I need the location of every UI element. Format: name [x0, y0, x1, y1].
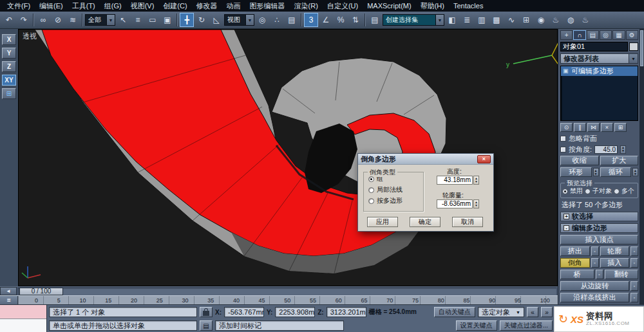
use-pivot-center-icon[interactable]: ◎: [255, 13, 269, 27]
edit-named-selections-icon[interactable]: ▤: [368, 13, 382, 27]
reference-coordinate-dropdown[interactable]: 视图 ▼: [224, 14, 254, 26]
select-by-name-icon[interactable]: ≡: [131, 13, 145, 27]
menu-edit[interactable]: 编辑(E): [35, 0, 68, 12]
menu-animation[interactable]: 动画: [222, 0, 245, 12]
selection-lock-button[interactable]: [200, 307, 213, 317]
snaps-toggle-icon[interactable]: 3: [304, 13, 318, 27]
rollout-soft-selection[interactable]: + 软选择: [560, 212, 638, 221]
panel-scroll-thumb[interactable]: [640, 30, 643, 66]
undo-icon[interactable]: ↶: [2, 13, 16, 27]
maxscript-mini-listener[interactable]: [0, 305, 47, 332]
select-scale-icon[interactable]: ◺: [209, 13, 223, 27]
apply-button[interactable]: 应用: [367, 217, 398, 227]
inset-button[interactable]: 插入: [600, 258, 630, 268]
menu-customize[interactable]: 自定义(U): [323, 0, 363, 12]
open-mini-curve-editor-button[interactable]: ◄: [0, 287, 17, 295]
tab-display[interactable]: ▦: [612, 30, 625, 40]
bevel-polygon-dialog[interactable]: 倒角多边形 × 倒角类型 组 局部法线 按多边形 高度: 43.1: [357, 153, 494, 232]
menu-create[interactable]: 创建(C): [158, 0, 191, 12]
spline-extrude-settings-icon[interactable]: ▫: [630, 293, 638, 302]
tab-utilities[interactable]: ⚙: [626, 30, 638, 40]
menu-maxscript[interactable]: MAXScript(M): [363, 0, 415, 12]
layer-manager-icon[interactable]: ▥: [475, 13, 489, 27]
ok-button[interactable]: 确定: [410, 217, 440, 227]
tab-create[interactable]: +: [560, 30, 573, 40]
menu-tentacles[interactable]: Tentacles: [449, 0, 488, 12]
bind-spacewarp-icon[interactable]: ≋: [66, 13, 80, 27]
by-angle-spinner[interactable]: [620, 145, 626, 154]
window-crossing-icon[interactable]: ▣: [160, 13, 175, 27]
select-link-icon[interactable]: ∞: [36, 13, 50, 27]
key-mode-dropdown[interactable]: 选定对象 ▼: [478, 307, 524, 317]
remove-modifier-icon[interactable]: ×: [601, 123, 613, 132]
render-setup-icon[interactable]: ♨: [549, 13, 563, 27]
render-production-icon[interactable]: ♨: [578, 13, 592, 27]
previous-frame-icon[interactable]: «: [527, 307, 538, 317]
preview-subobject-radio[interactable]: [585, 189, 591, 194]
constraint-x-button[interactable]: X: [2, 34, 16, 45]
rendered-frame-icon[interactable]: ◍: [564, 13, 578, 27]
key-filters-button[interactable]: 关键点过滤器...: [500, 320, 553, 331]
close-icon[interactable]: ×: [477, 155, 491, 163]
outline-settings-icon[interactable]: ▫: [630, 246, 638, 256]
object-color-swatch[interactable]: [629, 42, 638, 51]
make-unique-icon[interactable]: ⋈: [587, 123, 600, 132]
time-slider-track[interactable]: 0 / 100: [18, 288, 556, 295]
preview-disable-radio[interactable]: [562, 189, 568, 194]
percent-snap-icon[interactable]: %: [334, 13, 348, 27]
viewport-label[interactable]: 透视: [23, 32, 37, 41]
configure-modifier-sets-icon[interactable]: ⊞: [614, 123, 627, 132]
ring-button[interactable]: 环形: [560, 167, 592, 177]
align-icon[interactable]: ≣: [460, 13, 474, 27]
tab-motion[interactable]: ◎: [600, 30, 612, 40]
preview-multiple-radio[interactable]: [614, 189, 620, 194]
keyboard-shortcut-override-icon[interactable]: ▤: [200, 320, 213, 331]
cancel-button[interactable]: 取消: [452, 217, 483, 227]
tab-modify[interactable]: ∩: [573, 30, 585, 40]
menu-tools[interactable]: 工具(T): [68, 0, 100, 12]
macro-recorder-strip[interactable]: [0, 305, 46, 319]
bevel-button[interactable]: 倒角: [560, 258, 590, 268]
extrude-along-spline-button[interactable]: 沿样条线挤出: [560, 293, 629, 302]
curve-editor-icon[interactable]: ∿: [504, 13, 518, 27]
select-manipulate-icon[interactable]: ∴: [270, 13, 284, 27]
shrink-button[interactable]: 收缩: [560, 156, 599, 165]
rollout-edit-polygons[interactable]: - 编辑多边形: [560, 223, 638, 233]
extrude-settings-icon[interactable]: ▫: [591, 246, 599, 256]
menu-views[interactable]: 视图(V): [126, 0, 159, 12]
listener-strip[interactable]: [0, 319, 46, 332]
menu-group[interactable]: 组(G): [100, 0, 126, 12]
panel-scrollbar[interactable]: [639, 29, 644, 304]
height-spinner[interactable]: [473, 176, 479, 185]
outline-amount-field[interactable]: -8.636mm: [437, 199, 473, 208]
stack-item-editable-poly[interactable]: 可编辑多边形: [561, 66, 638, 76]
mirror-icon[interactable]: ◧: [445, 13, 459, 27]
object-name-field[interactable]: 对象01: [560, 42, 628, 51]
outline-button[interactable]: 轮廓: [600, 246, 630, 256]
dialog-title-bar[interactable]: 倒角多边形 ×: [358, 154, 493, 165]
extrude-button[interactable]: 挤出: [560, 246, 590, 256]
spinner-snap-icon[interactable]: ⇅: [348, 13, 363, 27]
material-editor-icon[interactable]: ◉: [534, 13, 548, 27]
insert-vertex-button[interactable]: 插入顶点: [560, 235, 638, 244]
keyboard-override-icon[interactable]: ▤: [285, 13, 299, 27]
by-angle-checkbox[interactable]: [560, 147, 566, 152]
snaps-use-axis-constraints-icon[interactable]: ⊞: [2, 88, 16, 99]
loop-spinner[interactable]: [632, 168, 638, 176]
z-coord-field[interactable]: 3123.201mm: [327, 307, 366, 317]
inset-settings-icon[interactable]: ▫: [630, 258, 638, 268]
redo-icon[interactable]: ↷: [17, 13, 31, 27]
by-angle-field[interactable]: 45.0: [594, 145, 618, 154]
ribbon-toggle-icon[interactable]: ▩: [489, 13, 504, 27]
menu-modifiers[interactable]: 修改器: [192, 0, 222, 12]
menu-help[interactable]: 帮助(H): [416, 0, 449, 12]
unlink-selection-icon[interactable]: ⊘: [51, 13, 65, 27]
bevel-type-polygon-radio[interactable]: [368, 198, 374, 204]
bridge-settings-icon[interactable]: ▫: [596, 270, 603, 279]
ignore-backfacing-checkbox[interactable]: [560, 136, 566, 142]
height-field[interactable]: 43.18mm: [437, 176, 473, 185]
modifier-list-dropdown[interactable]: 修改器列表 ▼: [560, 53, 638, 64]
bevel-settings-icon[interactable]: ▫: [591, 258, 599, 268]
next-frame-icon[interactable]: »: [541, 307, 553, 317]
named-selection-dropdown[interactable]: 创建选择集 ▼: [383, 14, 444, 26]
